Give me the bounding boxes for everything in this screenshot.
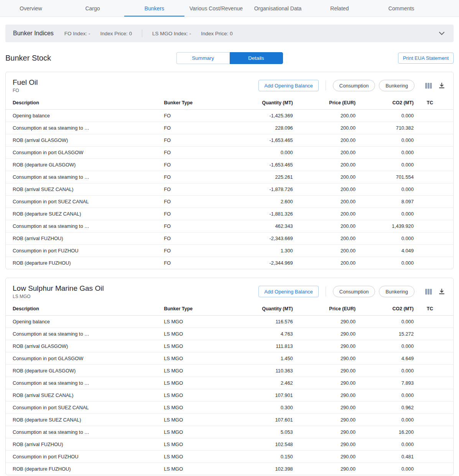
columns-icon[interactable] xyxy=(424,287,433,296)
cell-co2: 0.000 xyxy=(357,232,415,245)
column-header-tc: TC xyxy=(415,96,453,110)
cell-price: 290.00 xyxy=(294,451,357,463)
table-row[interactable]: ROB (arrival FUZHOU)LS MGO102.548290.000… xyxy=(6,438,453,451)
table-row[interactable]: ROB (departure GLASGOW)FO-1,653.465200.0… xyxy=(6,159,453,171)
cell-tc xyxy=(415,208,453,220)
cell-price: 290.00 xyxy=(294,426,357,438)
card-actions: Add Opening Balance Consumption Bunkerin… xyxy=(258,78,446,91)
cell-description: ROB (arrival FUZHOU) xyxy=(6,232,162,245)
table-row[interactable]: Consumption at sea steaming to …LS MGO5.… xyxy=(6,426,453,438)
table-row[interactable]: Consumption in port SUEZ CANALFO2.600200… xyxy=(6,196,453,208)
column-header-tc: TC xyxy=(415,302,453,316)
table-row[interactable]: Consumption at sea steaming to …LS MGO4.… xyxy=(6,328,453,340)
tab-related[interactable]: Related xyxy=(309,0,370,16)
table-row[interactable]: ROB (departure GLASGOW)LS MGO110.363290.… xyxy=(6,365,453,377)
table-row[interactable]: Consumption in port FUZHOUFO1.300200.004… xyxy=(6,245,453,257)
summary-tab[interactable]: Summary xyxy=(176,52,230,64)
bunker-indices-panel[interactable]: Bunker Indices FO Index: - Index Price: … xyxy=(5,25,454,42)
cell-price: 290.00 xyxy=(294,328,357,340)
table-row[interactable]: ROB (departure FUZHOU)LS MGO102.398290.0… xyxy=(6,463,453,475)
cell-co2: 0.000 xyxy=(357,365,415,377)
cell-price: 290.00 xyxy=(294,352,357,365)
cell-description: ROB (departure GLASGOW) xyxy=(6,159,162,171)
cell-quantity: 1.300 xyxy=(257,245,294,257)
cell-bunker-type: FO xyxy=(162,208,256,220)
table-row[interactable]: Opening balanceFO-1,425.369200.000.000 xyxy=(6,110,453,122)
table-row[interactable]: Consumption in port FUZHOULS MGO0.150290… xyxy=(6,451,453,463)
cell-quantity: 2.600 xyxy=(257,196,294,208)
cell-quantity: 102.398 xyxy=(257,463,294,475)
card-title-block: Low Sulphur Marine Gas Oil LS MGO xyxy=(13,284,104,299)
cell-quantity: 0.300 xyxy=(257,402,294,414)
cell-description: Consumption in port SUEZ CANAL xyxy=(6,196,162,208)
table-row[interactable]: ROB (arrival GLASGOW)FO-1,653.465200.000… xyxy=(6,134,453,147)
table-row[interactable]: ROB (arrival FUZHOU)FO-2,343.669200.000.… xyxy=(6,232,453,245)
cell-description: ROB (departure FUZHOU) xyxy=(6,257,162,269)
tab-overview[interactable]: Overview xyxy=(0,0,62,16)
column-header-description: Description xyxy=(6,302,162,316)
table-row[interactable]: ROB (departure SUEZ CANAL)FO-1,881.32620… xyxy=(6,208,453,220)
cell-description: ROB (arrival GLASGOW) xyxy=(6,340,162,352)
cell-tc xyxy=(415,220,453,232)
bunkering-button[interactable]: Bunkering xyxy=(379,80,415,91)
tab-various-cost-revenue[interactable]: Various Cost/Revenue xyxy=(185,0,247,16)
cell-price: 200.00 xyxy=(294,245,357,257)
table-row[interactable]: ROB (arrival GLASGOW)LS MGO111.813290.00… xyxy=(6,340,453,352)
tab-comments[interactable]: Comments xyxy=(370,0,432,16)
cell-co2: 1,439.920 xyxy=(357,220,415,232)
table-row[interactable]: Consumption at sea steaming to …LS MGO2.… xyxy=(6,377,453,389)
cell-price: 290.00 xyxy=(294,365,357,377)
cell-description: Consumption at sea steaming to … xyxy=(6,220,162,232)
cell-tc xyxy=(415,328,453,340)
table-row[interactable]: Consumption in port SUEZ CANALLS MGO0.30… xyxy=(6,402,453,414)
table-header-row: Description Bunker Type Quantity (MT) Pr… xyxy=(6,302,453,316)
table-row[interactable]: Consumption at sea steaming to …FO225.26… xyxy=(6,171,453,183)
table-row[interactable]: Consumption in port GLASGOWFO0.000200.00… xyxy=(6,147,453,159)
cell-description: ROB (departure FUZHOU) xyxy=(6,463,162,475)
table-row[interactable]: ROB (departure SUEZ CANAL)LS MGO107.6012… xyxy=(6,414,453,426)
bunkering-button[interactable]: Bunkering xyxy=(379,286,415,297)
columns-icon[interactable] xyxy=(424,81,433,90)
add-opening-balance-button[interactable]: Add Opening Balance xyxy=(258,286,318,297)
add-opening-balance-button[interactable]: Add Opening Balance xyxy=(258,80,318,91)
consumption-button[interactable]: Consumption xyxy=(333,286,375,297)
cell-price: 200.00 xyxy=(294,183,357,196)
table-row[interactable]: Consumption at sea steaming to …FO462.34… xyxy=(6,220,453,232)
cell-description: Consumption at sea steaming to … xyxy=(6,426,162,438)
cell-price: 200.00 xyxy=(294,257,357,269)
cell-bunker-type: FO xyxy=(162,159,256,171)
details-tab[interactable]: Details xyxy=(230,52,283,64)
consumption-button[interactable]: Consumption xyxy=(333,80,375,91)
cell-co2: 0.000 xyxy=(357,463,415,475)
tab-organisational-data[interactable]: Organisational Data xyxy=(247,0,309,16)
cell-description: ROB (arrival SUEZ CANAL) xyxy=(6,183,162,196)
cell-co2: 0.000 xyxy=(357,208,415,220)
cell-co2: 710.382 xyxy=(357,122,415,134)
table-row[interactable]: Consumption in port GLASGOWLS MGO1.45029… xyxy=(6,352,453,365)
cell-quantity: 111.813 xyxy=(257,340,294,352)
tab-bunkers[interactable]: Bunkers xyxy=(123,0,185,16)
tab-cargo[interactable]: Cargo xyxy=(62,0,123,16)
download-icon[interactable] xyxy=(437,81,446,90)
chevron-down-icon[interactable] xyxy=(438,30,446,37)
cell-bunker-type: LS MGO xyxy=(162,316,256,328)
column-header-bunker-type: Bunker Type xyxy=(162,302,256,316)
cell-price: 290.00 xyxy=(294,463,357,475)
table-row[interactable]: ROB (arrival SUEZ CANAL)FO-1,878.726200.… xyxy=(6,183,453,196)
print-eua-statement-button[interactable]: Print EUA Statement xyxy=(398,53,454,64)
table-row[interactable]: Consumption at sea steaming to …FO228.09… xyxy=(6,122,453,134)
download-icon[interactable] xyxy=(437,287,446,296)
table-row[interactable]: ROB (departure FUZHOU)FO-2,344.969200.00… xyxy=(6,257,453,269)
cell-bunker-type: FO xyxy=(162,147,256,159)
card-title: Fuel Oil xyxy=(13,78,38,87)
cell-tc xyxy=(415,438,453,451)
cell-description: ROB (arrival SUEZ CANAL) xyxy=(6,389,162,402)
fuel-oil-table: Description Bunker Type Quantity (MT) Pr… xyxy=(6,96,453,269)
table-row[interactable]: Opening balanceLS MGO116.576290.000.000 xyxy=(6,316,453,328)
column-header-price: Price (EUR) xyxy=(294,302,357,316)
cell-price: 290.00 xyxy=(294,438,357,451)
table-row[interactable]: ROB (arrival SUEZ CANAL)LS MGO107.901290… xyxy=(6,389,453,402)
cell-quantity: 1.450 xyxy=(257,352,294,365)
cell-price: 290.00 xyxy=(294,414,357,426)
cell-tc xyxy=(415,340,453,352)
